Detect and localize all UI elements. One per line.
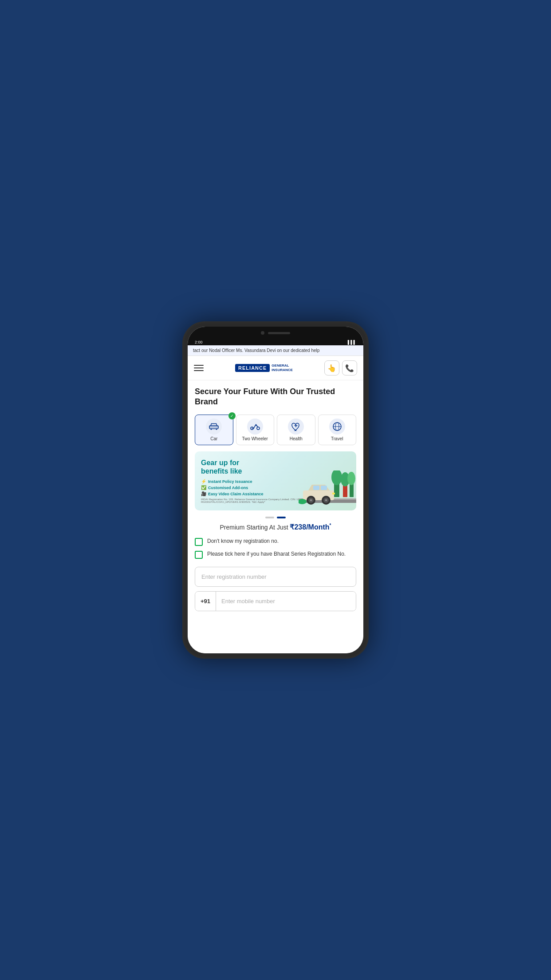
video-icon: 🎥 <box>201 491 206 496</box>
camera <box>261 331 264 335</box>
health-label: Health <box>290 436 303 441</box>
svg-rect-19 <box>313 486 319 490</box>
banner-car-illustration <box>290 470 356 510</box>
hero-title: Secure Your Future With Our Trusted Bran… <box>195 387 356 407</box>
svg-point-5 <box>255 424 256 425</box>
hero-section: Secure Your Future With Our Trusted Bran… <box>188 380 363 411</box>
speaker <box>268 332 290 334</box>
call-button[interactable]: 📞 <box>342 360 357 375</box>
header: RELIANCE GENERAL INSURANCE 👆 📞 <box>188 356 363 380</box>
bharat-checkbox[interactable] <box>195 551 203 559</box>
phone-device: 2:00 ▌▌▌ tact our Nodal Officer Ms. Vasu… <box>182 321 369 659</box>
ticker-bar: tact our Nodal Officer Ms. Vasundara Dev… <box>188 345 363 356</box>
svg-rect-20 <box>321 486 327 490</box>
hamburger-line3 <box>194 370 204 371</box>
premium-section: Premium Starting At Just ₹238/Month* <box>188 520 363 536</box>
hamburger-line1 <box>194 365 204 366</box>
header-actions: 👆 📞 <box>324 360 357 375</box>
two-wheeler-label: Two Wheeler <box>242 436 268 441</box>
instant-icon: ⚡ <box>201 479 206 484</box>
check-badge: ✓ <box>228 412 236 419</box>
logo-reliance-text: RELIANCE <box>235 364 270 372</box>
premium-asterisk: * <box>330 523 331 528</box>
category-tab-two-wheeler[interactable]: Two Wheeler <box>236 415 275 445</box>
svg-point-2 <box>216 428 217 430</box>
health-icon <box>288 419 304 435</box>
travel-icon <box>329 419 345 435</box>
car-icon <box>206 419 222 435</box>
phone-prefix: +91 <box>195 592 216 611</box>
registration-input[interactable] <box>195 567 356 587</box>
checkbox-row-bharat: Please tick here if you have Bharat Seri… <box>195 550 356 559</box>
checkbox-section: Don't know my registration no. Please ti… <box>188 536 363 565</box>
chat-button[interactable]: 👆 <box>324 360 339 375</box>
svg-point-13 <box>347 472 355 485</box>
ticker-text: tact our Nodal Officer Ms. Vasundara Dev… <box>193 348 319 353</box>
phone-icon: 📞 <box>345 364 354 372</box>
chat-icon: 👆 <box>327 364 336 372</box>
carousel-dots <box>188 513 363 520</box>
svg-point-1 <box>211 428 212 430</box>
category-tab-health[interactable]: Health <box>277 415 315 445</box>
svg-rect-27 <box>332 493 335 494</box>
category-tab-car[interactable]: ✓ Car <box>195 415 233 445</box>
svg-point-26 <box>325 499 327 501</box>
premium-label: Premium Starting At Just <box>220 524 290 531</box>
banner: Gear up for benefits like ⚡ Instant Poli… <box>195 451 356 510</box>
no-reg-checkbox[interactable] <box>195 538 203 546</box>
logo: RELIANCE GENERAL INSURANCE <box>235 364 293 372</box>
svg-point-4 <box>257 427 260 430</box>
status-bar: 2:00 ▌▌▌ <box>188 339 363 345</box>
status-time: 2:00 <box>195 340 203 344</box>
svg-point-9 <box>331 470 342 485</box>
svg-point-23 <box>310 499 312 501</box>
logo-general-text: GENERAL INSURANCE <box>272 364 293 372</box>
premium-price: ₹238/Month* <box>290 523 331 531</box>
hamburger-line2 <box>194 368 204 368</box>
car-label: Car <box>210 436 217 441</box>
hamburger-menu[interactable] <box>194 365 204 371</box>
travel-label: Travel <box>331 436 343 441</box>
mobile-number-input[interactable] <box>216 592 356 611</box>
checkbox-row-no-reg: Don't know my registration no. <box>195 537 356 546</box>
input-section: +91 <box>188 565 363 620</box>
phone-input-row: +91 <box>195 591 356 611</box>
phone-notch <box>188 327 363 339</box>
category-tabs: ✓ Car <box>188 411 363 449</box>
dot-2[interactable] <box>277 517 286 518</box>
bharat-label: Please tick here if you have Bharat Seri… <box>207 550 346 558</box>
status-signal: ▌▌▌ <box>348 340 356 344</box>
premium-text: Premium Starting At Just ₹238/Month* <box>195 523 356 531</box>
addons-icon: ✅ <box>201 485 206 490</box>
category-tab-travel[interactable]: Travel <box>318 415 357 445</box>
two-wheeler-icon <box>247 419 263 435</box>
no-reg-label: Don't know my registration no. <box>207 537 279 545</box>
screen-content: tact our Nodal Officer Ms. Vasundara Dev… <box>188 345 363 653</box>
phone-screen: 2:00 ▌▌▌ tact our Nodal Officer Ms. Vasu… <box>188 327 363 653</box>
dot-1[interactable] <box>265 517 274 518</box>
